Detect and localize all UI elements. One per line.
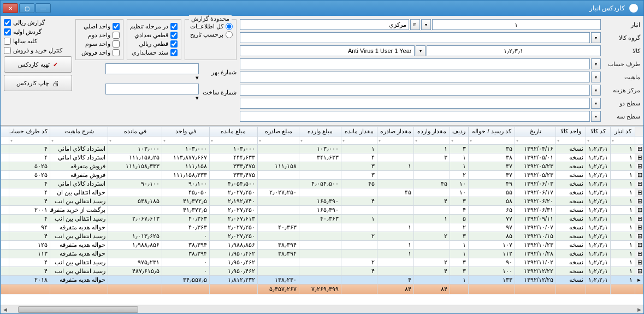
build-button[interactable]: ✓تهيه کاردکس xyxy=(4,56,72,73)
cell[interactable]: ۴ xyxy=(450,206,468,215)
table-row[interactable]: ⊞۱۱٫۲٫۳٫۱نسخه۱۳۹۲/۰۴/۱۶۳۵۳۱۱۱۰۳٫۰۰۰۱۰۳٫۰… xyxy=(1,145,643,153)
cell[interactable] xyxy=(377,171,413,180)
cell[interactable]: ۰ xyxy=(162,232,210,241)
cell[interactable]: ۱ xyxy=(611,241,635,250)
cell[interactable]: ۳۸٫۳۹۴ xyxy=(257,241,299,250)
cell[interactable]: ۳ xyxy=(413,153,450,162)
col-filter[interactable]: ▾ xyxy=(556,137,586,145)
cell[interactable]: ۴ xyxy=(9,180,50,188)
cell[interactable]: ۲ xyxy=(341,258,377,267)
cell[interactable]: ۱ xyxy=(413,215,450,223)
expand-cell[interactable]: ⊞ xyxy=(635,241,643,250)
mahiat-dd[interactable]: ▾ xyxy=(591,72,601,82)
cell[interactable]: ۱ xyxy=(377,241,413,250)
cell[interactable]: ۱٫۲٫۲٫۱ xyxy=(586,197,611,206)
col-filter[interactable]: ▾ xyxy=(515,137,556,145)
cell[interactable] xyxy=(341,223,377,232)
cell[interactable]: نسخه xyxy=(556,258,586,267)
cell[interactable] xyxy=(377,215,413,223)
col-header[interactable]: کد رسید / حواله xyxy=(468,127,515,137)
cell[interactable]: ۱٫۲٫۳٫۱ xyxy=(586,180,611,188)
expand-cell[interactable]: ⊞ xyxy=(635,206,643,215)
cell[interactable] xyxy=(108,276,162,285)
cell[interactable]: ۱ xyxy=(450,162,468,171)
cell[interactable] xyxy=(413,171,450,180)
cell[interactable]: رسید انتقالي بین انب xyxy=(50,267,108,276)
cell[interactable]: حواله انتقالي بین ان xyxy=(50,188,108,197)
bahr-dd[interactable]: ▾ xyxy=(105,74,199,81)
cell[interactable]: ۱٫۲٫۳٫۱ xyxy=(586,153,611,162)
opt-control[interactable]: کنترل خرید و فروش xyxy=(4,47,72,54)
chk-dovom[interactable]: واحد دوم xyxy=(79,32,120,39)
cell[interactable]: ۱ xyxy=(611,171,635,180)
cell[interactable]: ۱٫۲٫۳٫۱ xyxy=(586,223,611,232)
cell[interactable]: ۴۱٫۳۷۲٫۵ xyxy=(162,206,210,215)
cell[interactable] xyxy=(413,206,450,215)
cell[interactable] xyxy=(413,162,450,171)
cell[interactable]: ۳۸٫۳۹۴ xyxy=(257,250,299,258)
goroh-dd[interactable]: ▾ xyxy=(591,32,601,43)
expand-cell[interactable]: ⊞ xyxy=(635,197,643,206)
cell[interactable]: نسخه xyxy=(556,267,586,276)
cell[interactable]: ۱٫۲٫۳٫۱ xyxy=(586,206,611,215)
cell[interactable]: ۱۳۹۲/۱۰/۲۳ xyxy=(515,241,556,250)
cell[interactable]: رسید انتقالي بین انب xyxy=(50,197,108,206)
cell[interactable]: ۱۳۹۲/۱۰/۲۸ xyxy=(515,250,556,258)
cell[interactable]: ۳۸٫۳۹۴ xyxy=(162,250,210,258)
chk-tanzim[interactable]: در مرحله تنظیم xyxy=(131,23,178,30)
cell[interactable]: ۳۸٫۳۹۴ xyxy=(162,241,210,250)
cell[interactable]: نسخه xyxy=(556,215,586,223)
cell[interactable]: ۴۰٫۳۶۳ xyxy=(299,215,341,223)
col-header[interactable]: کد انبار xyxy=(611,127,635,137)
cell[interactable]: ۵ xyxy=(450,215,468,223)
cell[interactable]: ۱۳۹۲/۰۶/۰۳ xyxy=(515,180,556,188)
table-row[interactable]: ⊞۱۱٫۲٫۲٫۱نسخه۱۳۹۲/۰۵/۲۳۴۷۱۱۳۱۱۱٫۱۵۸۳۳۳٫۴… xyxy=(1,162,643,171)
cell[interactable]: فروش متفرقه xyxy=(50,171,108,180)
cell[interactable]: ۴ xyxy=(9,153,50,162)
cell[interactable]: ۱۱۱٫۱۵۸٫۲۵ xyxy=(108,153,162,162)
cell[interactable]: ۳۸ xyxy=(468,153,515,162)
scope-all[interactable]: کل اطلاعــات xyxy=(188,23,233,30)
cell[interactable]: ۸۵ xyxy=(468,232,515,241)
taraf-dd[interactable]: ▾ xyxy=(591,58,601,69)
cell[interactable]: ۳ xyxy=(450,197,468,206)
cell[interactable]: ۱٫۹۸۸٫۸۵۶ xyxy=(210,241,258,250)
cell[interactable] xyxy=(413,276,450,285)
cell[interactable]: ۱ xyxy=(611,215,635,223)
cell[interactable]: ۱۳۹۲/۰۶/۱۷ xyxy=(515,188,556,197)
cell[interactable]: ۱ xyxy=(611,276,635,285)
cell[interactable]: ۴ xyxy=(9,232,50,241)
col-header[interactable]: کد کالا xyxy=(586,127,611,137)
cell[interactable] xyxy=(108,250,162,258)
print-button[interactable]: 🖨چاپ کاردکس xyxy=(4,75,72,91)
cell[interactable]: ۱۳۹۲/۰۵/۲۳ xyxy=(515,162,556,171)
cell[interactable]: ۳ xyxy=(450,267,468,276)
sakht-input[interactable] xyxy=(105,84,199,94)
cell[interactable]: ۱۰ xyxy=(450,188,468,197)
cell[interactable]: ۱۱۲ xyxy=(468,250,515,258)
col-header[interactable]: مبلغ صادره xyxy=(257,127,299,137)
cell[interactable]: ۱۱۳ xyxy=(9,250,50,258)
cell[interactable]: ۴ xyxy=(341,197,377,206)
cell[interactable] xyxy=(108,206,162,215)
cell[interactable]: حواله هدیه متفرقه xyxy=(50,250,108,258)
cell[interactable]: ۴ xyxy=(9,188,50,197)
col-header[interactable]: مقدار مانده xyxy=(341,127,377,137)
minimize-button[interactable]: ― xyxy=(36,3,51,13)
cell[interactable]: نسخه xyxy=(556,206,586,215)
cell[interactable]: ۱٫۲٫۲٫۱ xyxy=(586,162,611,171)
col-filter[interactable]: ▾ xyxy=(341,137,377,145)
table-row[interactable]: ⊞۱۱٫۲٫۲٫۱نسخه۱۳۹۲/۱۱/۰۲۹۰۳۲۲۱٫۹۵۰٫۴۶۲۰۹۷… xyxy=(1,258,643,267)
cell[interactable]: ۳ xyxy=(341,171,377,180)
cell[interactable]: ۱۰۳٫۰۰۰ xyxy=(162,145,210,153)
cell[interactable]: ۴ xyxy=(9,258,50,267)
cell[interactable]: ۱۰۷ xyxy=(468,241,515,250)
col-header[interactable]: في مانده xyxy=(108,127,162,137)
kala-name-input[interactable] xyxy=(240,45,415,56)
cell[interactable]: ۱ xyxy=(377,162,413,171)
h-scrollbar[interactable]: ◀▶ xyxy=(1,305,643,313)
expand-cell[interactable]: ⊞ xyxy=(635,188,643,197)
col-header[interactable]: مبلغ وارده xyxy=(299,127,341,137)
cell[interactable]: ۱۱۱٫۱۵۸٫۳۳۳ xyxy=(108,162,162,171)
cell[interactable]: نسخه xyxy=(556,276,586,285)
